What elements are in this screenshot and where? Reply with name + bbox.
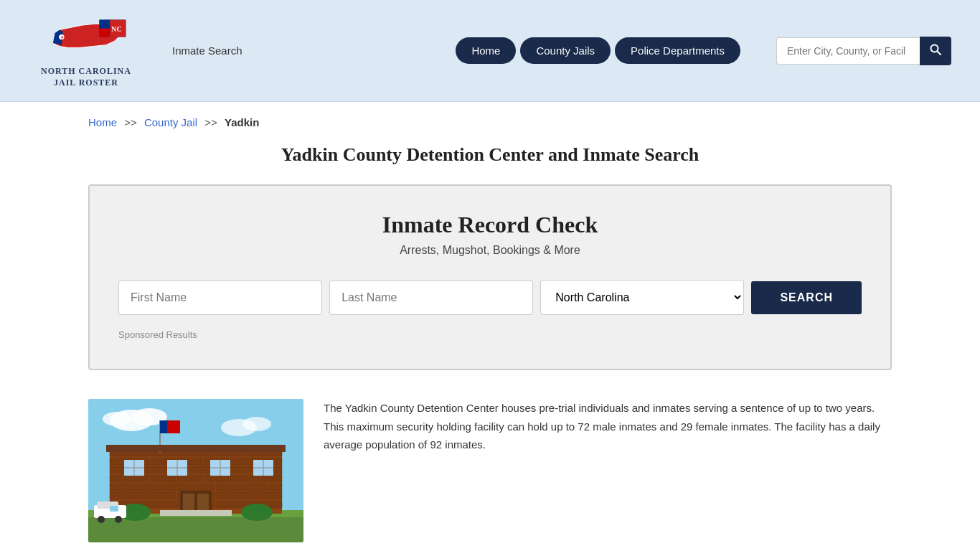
breadcrumb-county-jail-link[interactable]: County Jail bbox=[144, 116, 197, 128]
svg-rect-44 bbox=[204, 475, 229, 482]
svg-rect-86 bbox=[106, 445, 286, 452]
breadcrumb-current: Yadkin bbox=[225, 116, 259, 128]
svg-point-93 bbox=[115, 516, 122, 523]
last-name-input[interactable] bbox=[329, 281, 533, 315]
search-icon bbox=[930, 44, 941, 55]
sponsored-results: Sponsored Results bbox=[118, 329, 862, 340]
svg-rect-41 bbox=[124, 475, 149, 482]
site-logo: ★ NC bbox=[43, 13, 129, 63]
facility-building-svg bbox=[88, 399, 303, 542]
svg-rect-48 bbox=[136, 484, 161, 491]
svg-rect-31 bbox=[230, 458, 255, 465]
svg-rect-54 bbox=[110, 492, 123, 499]
svg-rect-67 bbox=[269, 501, 282, 508]
svg-rect-51 bbox=[216, 484, 241, 491]
logo-title: NORTH CAROLINA JAIL ROSTER bbox=[41, 66, 131, 88]
main-nav: Home County Jails Police Departments bbox=[456, 37, 740, 64]
svg-rect-60 bbox=[257, 492, 282, 499]
svg-rect-56 bbox=[151, 492, 176, 499]
svg-rect-52 bbox=[242, 484, 268, 491]
svg-rect-47 bbox=[110, 484, 135, 491]
header-search-bar bbox=[776, 37, 951, 65]
main-content: Home >> County Jail >> Yadkin Yadkin Cou… bbox=[60, 102, 920, 551]
svg-rect-49 bbox=[163, 484, 188, 491]
record-search-button[interactable]: SEARCH bbox=[751, 281, 862, 314]
svg-rect-55 bbox=[124, 492, 149, 499]
svg-point-13 bbox=[103, 412, 131, 426]
svg-rect-81 bbox=[183, 494, 194, 511]
breadcrumb-home-link[interactable]: Home bbox=[88, 116, 117, 128]
svg-point-15 bbox=[242, 417, 271, 431]
state-select[interactable]: AlabamaAlaskaArizonaArkansasCaliforniaCo… bbox=[540, 280, 744, 315]
svg-rect-46 bbox=[257, 475, 282, 482]
svg-rect-5 bbox=[99, 29, 110, 37]
svg-text:NC: NC bbox=[111, 25, 122, 33]
first-name-input[interactable] bbox=[118, 281, 322, 315]
svg-rect-53 bbox=[269, 484, 282, 491]
record-check-box: Inmate Record Check Arrests, Mugshot, Bo… bbox=[88, 184, 892, 370]
svg-point-89 bbox=[241, 504, 273, 521]
search-form-row: AlabamaAlaskaArizonaArkansasCaliforniaCo… bbox=[118, 280, 862, 315]
svg-point-92 bbox=[98, 516, 105, 523]
nav-home-button[interactable]: Home bbox=[456, 37, 516, 64]
svg-rect-59 bbox=[230, 492, 255, 499]
nav-county-jails-button[interactable]: County Jails bbox=[520, 37, 611, 64]
record-check-title: Inmate Record Check bbox=[118, 212, 862, 238]
breadcrumb: Home >> County Jail >> Yadkin bbox=[88, 116, 892, 128]
logo-area: ★ NC NORTH CAROLINA JAIL ROSTER bbox=[29, 13, 143, 88]
breadcrumb-sep2: >> bbox=[204, 116, 217, 128]
svg-rect-42 bbox=[151, 475, 176, 482]
nav-police-button[interactable]: Police Departments bbox=[615, 37, 740, 64]
facility-description: The Yadkin County Detention Center house… bbox=[324, 399, 892, 454]
svg-text:★: ★ bbox=[60, 35, 64, 39]
header-search-button[interactable] bbox=[920, 37, 951, 65]
svg-rect-40 bbox=[110, 475, 123, 482]
site-header: ★ NC NORTH CAROLINA JAIL ROSTER Inmate S… bbox=[0, 0, 980, 102]
svg-rect-94 bbox=[110, 506, 118, 512]
svg-rect-87 bbox=[160, 510, 232, 516]
svg-rect-45 bbox=[230, 475, 255, 482]
record-check-subtitle: Arrests, Mugshot, Bookings & More bbox=[118, 244, 862, 257]
svg-rect-4 bbox=[99, 20, 110, 29]
svg-rect-43 bbox=[177, 475, 202, 482]
header-search-input[interactable] bbox=[776, 37, 920, 65]
svg-rect-26 bbox=[110, 458, 123, 465]
facility-image bbox=[88, 399, 303, 542]
inmate-search-link[interactable]: Inmate Search bbox=[172, 44, 242, 57]
breadcrumb-sep1: >> bbox=[124, 116, 137, 128]
svg-rect-65 bbox=[216, 501, 241, 508]
svg-line-9 bbox=[938, 51, 941, 55]
svg-rect-50 bbox=[189, 484, 215, 491]
svg-rect-82 bbox=[197, 494, 209, 511]
bottom-section: The Yadkin County Detention Center house… bbox=[88, 399, 892, 542]
svg-rect-85 bbox=[160, 420, 167, 433]
page-title: Yadkin County Detention Center and Inmat… bbox=[88, 144, 892, 166]
